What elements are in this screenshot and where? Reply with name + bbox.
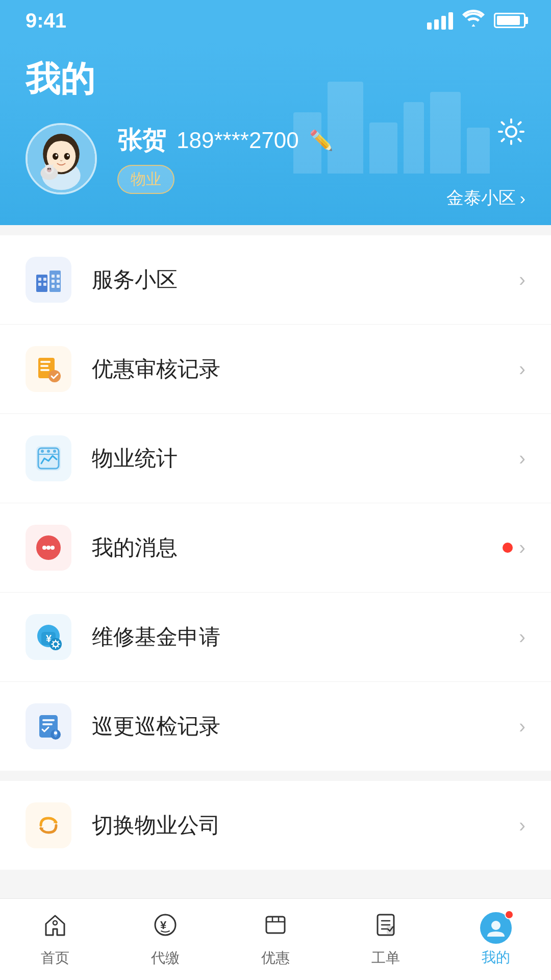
discount-review-icon (26, 346, 71, 392)
svg-rect-19 (43, 283, 46, 286)
battery-icon (494, 13, 525, 28)
menu-item-my-messages[interactable]: 我的消息 › (0, 503, 551, 593)
menu-label-patrol-record: 巡更巡检记录 (92, 712, 519, 741)
message-dot (503, 543, 513, 553)
svg-point-34 (41, 450, 44, 453)
menu-item-discount-review[interactable]: 优惠审核记录 › (0, 325, 551, 414)
nav-item-payment[interactable]: ¥ 代缴 (127, 912, 204, 968)
nav-label-workorder: 工单 (371, 948, 400, 968)
svg-rect-25 (57, 285, 60, 288)
svg-rect-53 (266, 917, 285, 933)
menu-item-patrol-record[interactable]: 巡更巡检记录 › (0, 682, 551, 771)
svg-rect-47 (42, 723, 53, 725)
service-community-icon (26, 257, 71, 303)
signal-icon (427, 11, 453, 30)
svg-point-11 (47, 167, 52, 172)
nav-item-mine[interactable]: 我的 (458, 912, 534, 967)
main-menu-section: 服务小区 › 优惠审核记录 › (0, 235, 551, 771)
svg-rect-46 (42, 719, 55, 721)
svg-point-13 (49, 168, 51, 169)
svg-point-39 (46, 546, 51, 550)
menu-right-service-community: › (519, 269, 525, 291)
menu-label-discount-review: 优惠审核记录 (92, 355, 519, 383)
switch-company-icon (26, 802, 71, 848)
nav-item-workorder[interactable]: 工单 (347, 912, 424, 968)
settings-icon[interactable] (497, 117, 525, 153)
nav-label-mine: 我的 (482, 948, 510, 967)
menu-item-service-community[interactable]: 服务小区 › (0, 235, 551, 325)
maintenance-fund-icon: ¥ (26, 614, 71, 660)
discount-icon (262, 912, 289, 944)
nav-label-discount: 优惠 (261, 948, 290, 968)
menu-label-service-community: 服务小区 (92, 265, 519, 294)
community-name: 金泰小区 (446, 186, 516, 210)
svg-point-62 (491, 921, 500, 930)
svg-point-5 (53, 153, 58, 160)
nav-label-home: 首页 (41, 948, 69, 968)
home-icon (42, 912, 68, 944)
status-time: 9:41 (26, 9, 66, 32)
svg-point-8 (67, 155, 69, 157)
menu-right-discount-review: › (519, 358, 525, 380)
menu-right-maintenance-fund: › (519, 626, 525, 648)
payment-icon: ¥ (152, 912, 179, 944)
patrol-record-icon (26, 703, 71, 749)
decorative-buildings (293, 82, 490, 174)
chevron-icon: › (519, 269, 525, 291)
menu-label-maintenance-fund: 维修基金申请 (92, 623, 519, 651)
menu-label-my-messages: 我的消息 (92, 533, 503, 562)
property-stats-icon (26, 435, 71, 481)
header-section: 我的 (0, 41, 551, 225)
svg-point-36 (53, 450, 56, 453)
chevron-icon: › (519, 626, 525, 648)
svg-rect-20 (52, 275, 55, 278)
menu-right-patrol-record: › (519, 716, 525, 738)
chevron-icon: › (519, 358, 525, 380)
svg-point-12 (47, 168, 49, 169)
switch-menu-section: 切换物业公司 › (0, 781, 551, 870)
svg-rect-27 (40, 361, 51, 363)
nav-item-discount[interactable]: 优惠 (237, 912, 314, 968)
svg-point-40 (51, 546, 55, 550)
nav-item-home[interactable]: 首页 (17, 912, 93, 968)
svg-text:¥: ¥ (160, 919, 167, 932)
menu-item-maintenance-fund[interactable]: ¥ 维修基金申请 › (0, 593, 551, 682)
chevron-icon: › (519, 716, 525, 738)
menu-label-switch-company: 切换物业公司 (92, 811, 519, 840)
chevron-icon: › (519, 815, 525, 837)
avatar-image (28, 125, 95, 192)
bottom-nav: 首页 ¥ 代缴 优惠 (0, 898, 551, 980)
svg-rect-28 (40, 365, 48, 367)
workorder-icon (372, 912, 399, 944)
wifi-icon (462, 10, 485, 32)
menu-item-switch-company[interactable]: 切换物业公司 › (0, 781, 551, 870)
chevron-icon: › (519, 448, 525, 470)
my-messages-icon (26, 525, 71, 571)
svg-point-35 (47, 450, 50, 453)
svg-rect-16 (38, 278, 41, 281)
svg-rect-23 (57, 280, 60, 283)
svg-rect-24 (52, 285, 55, 288)
nav-mine-dot (505, 910, 514, 919)
profile-name: 张贺 (117, 124, 166, 157)
community-link[interactable]: 金泰小区 › (446, 186, 525, 210)
menu-right-property-stats: › (519, 448, 525, 470)
menu-label-property-stats: 物业统计 (92, 444, 519, 473)
role-badge: 物业 (117, 165, 174, 194)
chevron-icon: › (519, 537, 525, 559)
svg-rect-22 (52, 280, 55, 283)
svg-point-38 (42, 546, 46, 550)
svg-rect-29 (40, 369, 49, 371)
svg-rect-17 (43, 278, 46, 281)
svg-point-49 (54, 731, 57, 734)
svg-point-7 (56, 155, 58, 157)
svg-point-50 (53, 921, 57, 925)
svg-point-6 (64, 153, 70, 160)
nav-label-payment: 代缴 (151, 948, 180, 968)
menu-item-property-stats[interactable]: 物业统计 › (0, 414, 551, 503)
svg-rect-21 (57, 275, 60, 278)
profile-phone: 189****2700 (177, 128, 299, 153)
svg-point-0 (506, 127, 516, 137)
menu-right-switch-company: › (519, 815, 525, 837)
avatar[interactable] (26, 123, 97, 194)
